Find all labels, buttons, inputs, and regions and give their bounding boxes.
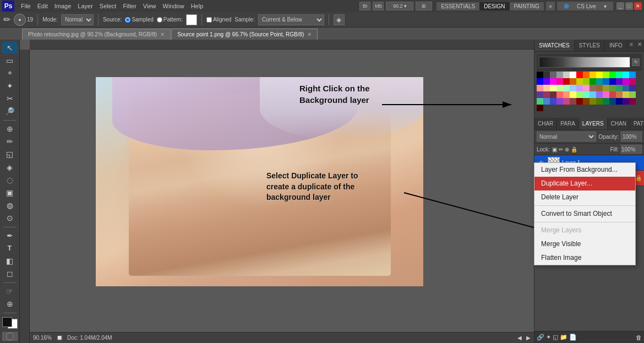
menu-filter[interactable]: Filter bbox=[119, 3, 139, 9]
hand-btn[interactable]: ☞ bbox=[2, 286, 18, 297]
swatch-49[interactable] bbox=[563, 91, 570, 98]
swatch-1[interactable] bbox=[543, 72, 550, 78]
swatch-3[interactable] bbox=[556, 72, 563, 78]
minimize-btn[interactable]: _ bbox=[616, 2, 624, 10]
essentials-btn[interactable]: ESSENTIALS bbox=[436, 2, 479, 10]
scroll-right-btn[interactable]: ▶ bbox=[526, 335, 531, 341]
swatch-55[interactable] bbox=[603, 91, 609, 98]
chan-tab[interactable]: CHAN bbox=[608, 118, 630, 129]
swatch-53[interactable] bbox=[590, 91, 596, 98]
swatch-65[interactable] bbox=[570, 98, 576, 105]
swatch-41[interactable] bbox=[609, 85, 616, 91]
fill-input[interactable] bbox=[621, 145, 642, 154]
swatch-20[interactable] bbox=[570, 78, 576, 85]
swatch-4[interactable] bbox=[563, 72, 570, 78]
clone-stamp-btn[interactable]: ◱ bbox=[2, 149, 18, 160]
lasso-tool-btn[interactable]: ⌖ bbox=[2, 67, 18, 79]
mode-select[interactable]: Normal bbox=[61, 14, 94, 25]
sampled-radio[interactable] bbox=[125, 17, 130, 23]
swatch-16[interactable] bbox=[543, 78, 550, 85]
sample-all-layers-btn[interactable]: ◈ bbox=[334, 14, 345, 25]
menu-select[interactable]: Select bbox=[96, 3, 120, 9]
swatch-25[interactable] bbox=[603, 78, 609, 85]
swatch-68[interactable] bbox=[590, 98, 596, 105]
swatch-34[interactable] bbox=[563, 85, 570, 91]
layers-tab[interactable]: LAYERS bbox=[579, 118, 608, 129]
swatch-18[interactable] bbox=[556, 78, 563, 85]
swatch-15[interactable] bbox=[537, 78, 543, 85]
swatch-36[interactable] bbox=[576, 85, 583, 91]
blur-btn[interactable]: ◍ bbox=[2, 199, 18, 211]
swatch-66[interactable] bbox=[576, 98, 583, 105]
more-workspaces-btn[interactable]: » bbox=[546, 2, 555, 10]
swatch-35[interactable] bbox=[570, 85, 576, 91]
opacity-input[interactable] bbox=[621, 132, 642, 141]
swatch-56[interactable] bbox=[609, 91, 616, 98]
histogram-refresh-btn[interactable]: ↻ bbox=[632, 58, 640, 66]
swatch-21[interactable] bbox=[576, 78, 583, 85]
swatch-67[interactable] bbox=[583, 98, 590, 105]
swatch-6[interactable] bbox=[576, 72, 583, 78]
healing-brush-btn[interactable]: ⊕ bbox=[2, 123, 18, 135]
cs-live-btn[interactable]: ⊕ CS Live ▾ bbox=[557, 2, 613, 10]
bridge-btn[interactable]: Br bbox=[359, 2, 370, 10]
add-layer-style-btn[interactable]: ✦ bbox=[546, 334, 551, 341]
swatch-70[interactable] bbox=[603, 98, 609, 105]
swatch-11[interactable] bbox=[609, 72, 616, 78]
menu-file[interactable]: File bbox=[18, 3, 34, 9]
design-btn[interactable]: DESIGN bbox=[479, 2, 509, 10]
swatch-61[interactable] bbox=[543, 98, 550, 105]
swatch-54[interactable] bbox=[596, 91, 603, 98]
swatch-27[interactable] bbox=[616, 78, 623, 85]
swatch-33[interactable] bbox=[556, 85, 563, 91]
foreground-color-swatch[interactable] bbox=[2, 317, 12, 327]
shape-btn[interactable]: ◻ bbox=[2, 268, 18, 280]
new-group-btn[interactable]: 📁 bbox=[560, 334, 567, 341]
lock-transparent-btn[interactable]: ▣ bbox=[552, 146, 557, 153]
swatch-23[interactable] bbox=[590, 78, 596, 85]
swatch-29[interactable] bbox=[629, 78, 636, 85]
ctx-layer-from-background[interactable]: Layer From Background... bbox=[534, 163, 635, 177]
swatches-tab[interactable]: SWATCHES bbox=[534, 40, 575, 51]
swatch-74[interactable] bbox=[629, 98, 636, 105]
swatch-42[interactable] bbox=[616, 85, 623, 91]
swatch-28[interactable] bbox=[623, 78, 629, 85]
pattern-radio-label[interactable]: Pattern: bbox=[157, 17, 183, 23]
tab-source-point[interactable]: Source point 1.png @ 66.7% (Source Point… bbox=[171, 29, 318, 40]
swatch-46[interactable] bbox=[543, 91, 550, 98]
close-tab-1[interactable]: ✕ bbox=[307, 31, 312, 37]
swatches-panel-menu[interactable]: ≡ bbox=[627, 40, 635, 51]
swatch-10[interactable] bbox=[603, 72, 609, 78]
swatch-24[interactable] bbox=[596, 78, 603, 85]
mini-bridge-btn[interactable]: Mb bbox=[373, 2, 384, 10]
swatch-44[interactable] bbox=[629, 85, 636, 91]
swatch-38[interactable] bbox=[590, 85, 596, 91]
lock-image-btn[interactable]: ✏ bbox=[559, 146, 563, 153]
quick-mask-btn[interactable] bbox=[2, 332, 18, 341]
move-tool-btn[interactable]: ↖ bbox=[2, 42, 18, 53]
swatch-30[interactable] bbox=[537, 85, 543, 91]
marquee-tool-btn[interactable]: ▭ bbox=[2, 55, 18, 66]
lock-position-btn[interactable]: ⊕ bbox=[565, 146, 569, 153]
swatch-8[interactable] bbox=[590, 72, 596, 78]
swatch-60[interactable] bbox=[537, 98, 543, 105]
path-selection-btn[interactable]: ◧ bbox=[2, 255, 18, 267]
swatch-0[interactable] bbox=[537, 72, 543, 78]
canvas-area[interactable]: Right Click on the Background layer Sele… bbox=[20, 40, 534, 343]
swatch-57[interactable] bbox=[616, 91, 623, 98]
menu-help[interactable]: Help bbox=[188, 3, 207, 9]
close-btn[interactable]: ✕ bbox=[634, 2, 642, 10]
add-mask-btn[interactable]: ◱ bbox=[553, 334, 558, 341]
zoom-fit-btn[interactable]: 🔲 bbox=[56, 335, 63, 341]
foreground-background-colors[interactable] bbox=[2, 317, 18, 329]
swatch-17[interactable] bbox=[550, 78, 556, 85]
path-tab[interactable]: PATH bbox=[630, 118, 644, 129]
brush-size-control[interactable]: ● 19 bbox=[14, 14, 33, 26]
swatch-22[interactable] bbox=[583, 78, 590, 85]
magic-wand-btn[interactable]: ✦ bbox=[2, 80, 18, 91]
ctx-flatten-image[interactable]: Flatten Image bbox=[534, 251, 635, 265]
styles-tab[interactable]: STYLES bbox=[575, 40, 605, 51]
pattern-swatch[interactable] bbox=[186, 14, 197, 25]
swatch-39[interactable] bbox=[596, 85, 603, 91]
menu-edit[interactable]: Edit bbox=[34, 3, 51, 9]
